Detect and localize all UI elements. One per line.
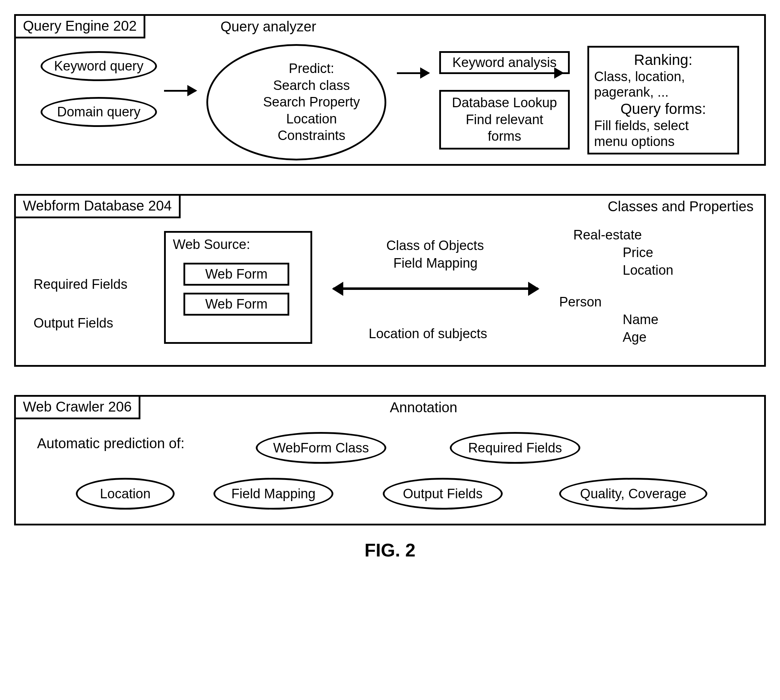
web-form-1-text: Web Form	[205, 267, 268, 282]
required-fields-label: Required Fields	[33, 277, 127, 292]
output-fields-label: Output Fields	[33, 316, 113, 331]
db-lookup-l3: forms	[445, 128, 564, 145]
query-forms-l1: Fill fields, select	[594, 118, 732, 133]
automatic-prediction-label: Automatic prediction of:	[37, 435, 184, 452]
database-lookup-box: Database Lookup Find relevant forms	[439, 90, 570, 150]
price-label: Price	[623, 245, 653, 260]
name-label: Name	[623, 312, 658, 327]
query-engine-panel: Query Engine 202 Query analyzer Keyword …	[14, 14, 766, 166]
field-mapping-ellipse: Field Mapping	[214, 478, 333, 510]
arrow-icon	[164, 90, 196, 92]
web-form-2-text: Web Form	[205, 297, 268, 312]
keyword-query-ellipse: Keyword query	[40, 51, 157, 81]
db-lookup-l1: Database Lookup	[445, 95, 564, 112]
location-text: Location	[100, 486, 150, 502]
webform-db-panel: Webform Database 204 Classes and Propert…	[14, 194, 766, 367]
figure-label: FIG. 2	[14, 540, 766, 561]
ranking-box: Ranking: Class, location, pagerank, ... …	[587, 46, 739, 155]
ranking-title: Ranking:	[594, 51, 732, 69]
domain-query-ellipse: Domain query	[40, 97, 157, 127]
output-fields-ellipse: Output Fields	[383, 478, 503, 510]
quality-coverage-text: Quality, Coverage	[580, 486, 686, 502]
arrow-icon	[397, 72, 429, 74]
web-form-box-1: Web Form	[184, 263, 289, 286]
person-label: Person	[559, 295, 601, 310]
field-mapping-label: Field Mapping	[393, 256, 478, 271]
predict-line3: Location	[286, 111, 337, 128]
web-crawler-panel: Web Crawler 206 Annotation Automatic pre…	[14, 395, 766, 525]
keyword-query-text: Keyword query	[54, 58, 143, 74]
predict-line2: Search Property	[263, 94, 360, 111]
domain-query-text: Domain query	[57, 104, 141, 120]
predict-title: Predict:	[289, 60, 334, 77]
db-lookup-l2: Find relevant	[445, 112, 564, 128]
webform-class-text: WebForm Class	[273, 440, 369, 456]
field-mapping-text: Field Mapping	[231, 486, 316, 502]
webform-db-body: Required Fields Output Fields Web Source…	[16, 196, 764, 365]
location-label: Location	[623, 263, 673, 278]
keyword-analysis-text: Keyword analysis	[452, 55, 557, 70]
web-crawler-body: Automatic prediction of: WebForm Class R…	[16, 397, 764, 524]
output-fields-text: Output Fields	[403, 486, 483, 502]
keyword-analysis-box: Keyword analysis	[439, 51, 570, 74]
web-source-title: Web Source:	[173, 237, 303, 252]
required-fields-text: Required Fields	[468, 440, 562, 456]
ranking-l2: pagerank, ...	[594, 84, 732, 100]
arrow-icon	[506, 72, 563, 74]
required-fields-ellipse: Required Fields	[450, 432, 580, 464]
predict-line4: Constraints	[278, 127, 346, 144]
ranking-l1: Class, location,	[594, 69, 732, 85]
class-of-objects-label: Class of Objects	[386, 238, 484, 253]
web-source-box: Web Source: Web Form Web Form	[164, 231, 312, 344]
predict-ellipse: Predict: Search class Search Property Lo…	[206, 44, 386, 160]
webform-class-ellipse: WebForm Class	[256, 432, 386, 464]
age-label: Age	[623, 330, 646, 345]
query-forms-title: Query forms:	[594, 100, 732, 118]
double-arrow-icon	[333, 287, 538, 290]
query-engine-body: Keyword query Domain query Predict: Sear…	[16, 16, 764, 164]
web-form-box-2: Web Form	[184, 293, 289, 316]
real-estate-label: Real-estate	[573, 227, 642, 243]
location-ellipse: Location	[76, 478, 175, 510]
predict-line1: Search class	[273, 77, 350, 94]
location-of-subjects-label: Location of subjects	[369, 326, 487, 342]
query-forms-l2: menu options	[594, 133, 732, 150]
quality-coverage-ellipse: Quality, Coverage	[559, 478, 707, 510]
